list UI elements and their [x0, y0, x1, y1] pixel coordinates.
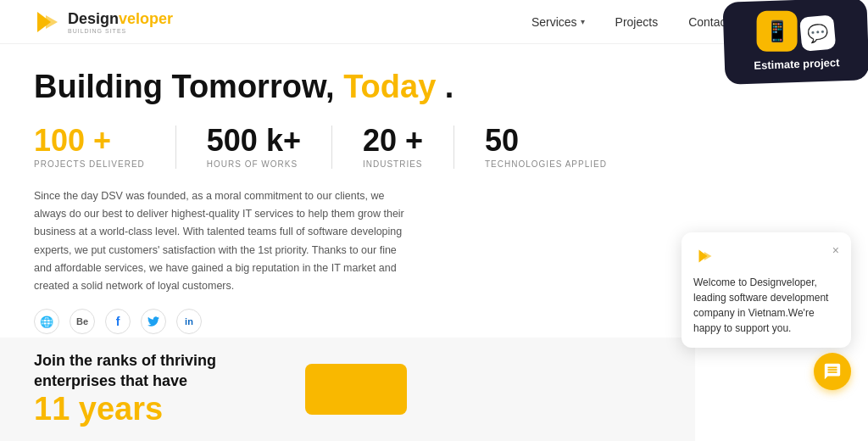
hero-title: Building Tomorrow, Today . — [34, 70, 834, 105]
nav-projects[interactable]: Projects — [615, 15, 659, 29]
services-chevron-icon: ▾ — [581, 17, 585, 26]
estimate-label: Estimate project — [737, 56, 857, 73]
yellow-decoration-box — [305, 364, 407, 415]
social-facebook-icon[interactable]: f — [105, 309, 131, 334]
hero-description: Since the day DSV was founded, as a mora… — [34, 187, 407, 296]
svg-marker-3 — [704, 252, 712, 260]
chat-message: Welcome to Designveloper, leading softwa… — [693, 275, 839, 336]
stat-technologies-number: 50 — [485, 126, 607, 156]
stat-projects-label: PROJECTS DELIVERED — [34, 159, 145, 169]
stat-hours-label: HOURS OF WORKS — [207, 159, 301, 169]
logo-text: Designveloper — [68, 10, 173, 27]
chat-widget-logo — [693, 244, 717, 268]
stat-industries-label: INDUSTRIES — [363, 159, 423, 169]
chat-widget: × Welcome to Designveloper, leading soft… — [682, 232, 851, 348]
logo[interactable]: Designveloper BUILDING SITES — [34, 8, 173, 36]
logo-icon — [34, 8, 61, 36]
bottom-title: Join the ranks of thriving enterprises t… — [34, 351, 288, 391]
stat-hours-number: 500 k+ — [207, 126, 301, 156]
stat-technologies-label: TECHNOLOGIES APPLIED — [485, 159, 607, 169]
nav-services[interactable]: Services ▾ — [531, 15, 585, 29]
estimate-project-card[interactable]: 📱 💬 Estimate project — [724, 0, 868, 82]
social-linkedin-icon[interactable]: in — [176, 309, 202, 334]
bottom-number: 11 years — [34, 391, 288, 427]
stats-row: 100 + PROJECTS DELIVERED 500 k+ HOURS OF… — [34, 126, 834, 169]
phone-icon: 📱 — [757, 11, 798, 52]
logo-tagline: BUILDING SITES — [68, 28, 173, 34]
social-globe-icon[interactable]: 🌐 — [34, 309, 59, 334]
stat-industries-number: 20 + — [363, 126, 423, 156]
chat-icon: 💬 — [799, 14, 836, 51]
chat-close-button[interactable]: × — [832, 244, 839, 256]
stat-technologies: 50 TECHNOLOGIES APPLIED — [453, 126, 637, 169]
bottom-section: Join the ranks of thriving enterprises t… — [0, 338, 695, 441]
social-twitter-icon[interactable] — [141, 309, 166, 334]
stat-hours: 500 k+ HOURS OF WORKS — [175, 126, 331, 169]
svg-marker-1 — [46, 15, 58, 29]
stat-projects: 100 + PROJECTS DELIVERED — [34, 126, 175, 169]
stat-projects-number: 100 + — [34, 126, 145, 156]
social-behance-icon[interactable]: Be — [70, 309, 95, 334]
stat-industries: 20 + INDUSTRIES — [331, 126, 453, 169]
chat-bubble-button[interactable] — [814, 353, 851, 390]
